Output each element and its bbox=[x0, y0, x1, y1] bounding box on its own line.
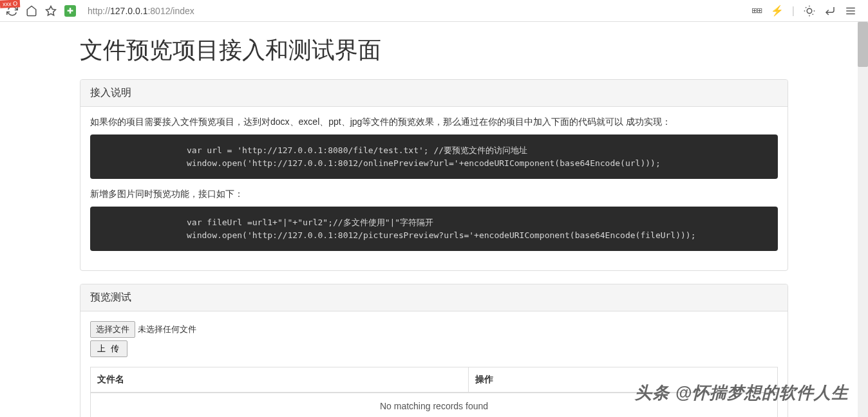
svg-line-5 bbox=[813, 14, 813, 14]
code-block-2: var fileUrl =url1+"|"+"url2";//多文件使用"|"字… bbox=[90, 207, 778, 251]
address-bar[interactable]: http://127.0.0.1:8012/index bbox=[84, 6, 743, 16]
shield-icon[interactable]: ✚ bbox=[64, 5, 76, 17]
desc-text-1: 如果你的项目需要接入文件预览项目，达到对docx、excel、ppt、jpg等文… bbox=[90, 116, 778, 128]
page-title: 文件预览项目接入和测试界面 bbox=[80, 35, 788, 66]
watermark: 头条 @怀揣梦想的软件人生 bbox=[635, 382, 849, 404]
svg-line-4 bbox=[806, 7, 806, 8]
upload-button[interactable]: 上 传 bbox=[90, 340, 127, 357]
undo-icon[interactable] bbox=[824, 5, 836, 17]
lightning-icon[interactable]: ⚡ bbox=[771, 5, 783, 17]
panel-heading-access: 接入说明 bbox=[80, 80, 788, 107]
sun-icon[interactable] bbox=[804, 5, 815, 17]
svg-point-1 bbox=[807, 8, 812, 14]
browser-toolbar: ✚ http://127.0.0.1:8012/index ⊞⊞ ⚡ | bbox=[0, 0, 868, 22]
qr-icon[interactable]: ⊞⊞ bbox=[751, 5, 762, 17]
url-path: :8012/index bbox=[147, 6, 194, 16]
table-header-filename: 文件名 bbox=[91, 367, 469, 393]
desc-text-2: 新增多图片同时预览功能，接口如下： bbox=[90, 189, 778, 200]
scrollbar[interactable] bbox=[858, 22, 868, 417]
url-host: 127.0.0.1 bbox=[110, 6, 147, 16]
home-icon[interactable] bbox=[26, 5, 37, 17]
panel-access: 接入说明 如果你的项目需要接入文件预览项目，达到对docx、excel、ppt、… bbox=[80, 79, 788, 271]
choose-file-button[interactable]: 选择文件 bbox=[90, 321, 135, 338]
code-block-1: var url = 'http://127.0.0.1:8080/file/te… bbox=[90, 134, 778, 179]
divider: | bbox=[792, 5, 795, 17]
svg-marker-0 bbox=[46, 6, 56, 15]
scrollbar-thumb[interactable] bbox=[858, 22, 868, 67]
star-icon[interactable] bbox=[45, 5, 57, 17]
debug-tag: xxx O bbox=[0, 0, 20, 8]
url-prefix: http:// bbox=[88, 6, 110, 16]
panel-heading-preview: 预览测试 bbox=[80, 284, 788, 311]
menu-icon[interactable] bbox=[845, 5, 856, 17]
file-status: 未选择任何文件 bbox=[138, 324, 196, 334]
